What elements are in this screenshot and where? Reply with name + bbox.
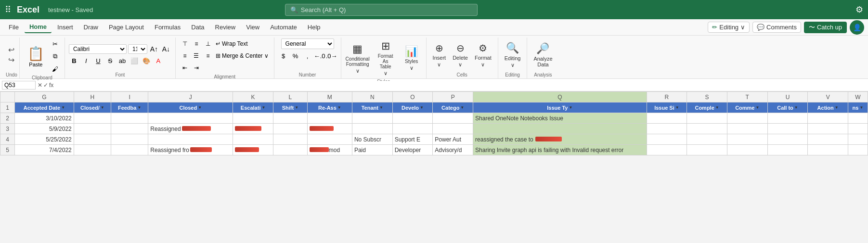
col-header-K[interactable]: K — [233, 92, 273, 102]
number-format-select[interactable]: General — [281, 38, 334, 49]
redo-button[interactable]: ↪ — [8, 55, 14, 64]
cell-H2[interactable] — [74, 113, 111, 124]
cell-T4[interactable] — [727, 134, 767, 145]
cell-K5[interactable] — [233, 145, 273, 155]
indent-increase-button[interactable]: ⇥ — [191, 63, 202, 73]
header-L[interactable]: Shift ▼ — [273, 102, 307, 113]
col-header-P[interactable]: P — [433, 92, 473, 102]
cell-Q5[interactable]: Sharing Invite graph api is failing with… — [473, 145, 647, 155]
cell-G2[interactable]: 3/10/2022 — [15, 113, 74, 124]
cell-I4[interactable] — [111, 134, 148, 145]
format-painter-button[interactable]: 🖌 — [50, 64, 61, 74]
cell-J3[interactable]: Reassigned — [148, 124, 233, 134]
cell-S4[interactable] — [687, 134, 727, 145]
copy-button[interactable]: ⧉ — [50, 51, 61, 62]
styles-button[interactable]: 📊 Styles ∨ — [401, 44, 422, 73]
middle-align-button[interactable]: ≡ — [191, 38, 202, 49]
cell-H4[interactable] — [74, 134, 111, 145]
search-box[interactable]: 🔍 Search (Alt + Q) — [285, 4, 478, 16]
settings-icon[interactable]: ⚙ — [855, 4, 863, 15]
fill-color-button[interactable]: 🎨 — [141, 56, 152, 66]
cell-U2[interactable] — [767, 113, 808, 124]
cell-N5[interactable]: Paid — [352, 145, 392, 155]
header-W[interactable]: ns ▼ — [848, 102, 868, 113]
cell-J4[interactable] — [148, 134, 233, 145]
comma-format-button[interactable]: , — [302, 51, 313, 61]
header-V[interactable]: Action ▼ — [808, 102, 848, 113]
menu-help[interactable]: Help — [303, 22, 325, 33]
col-header-J[interactable]: J — [148, 92, 233, 102]
header-K[interactable]: Escalati ▼ — [233, 102, 273, 113]
cell-H3[interactable] — [74, 124, 111, 134]
cell-O3[interactable] — [392, 124, 433, 134]
cell-W4[interactable] — [848, 134, 868, 145]
paste-button[interactable]: 📋 Paste — [24, 44, 48, 69]
undo-button[interactable]: ↩ — [8, 45, 14, 54]
cell-Q4[interactable]: reassigned the case to — [473, 134, 647, 145]
cell-J5[interactable]: Reassigned fro — [148, 145, 233, 155]
cell-K2[interactable] — [233, 113, 273, 124]
insert-cells-button[interactable]: ⊕ Insert ∨ — [430, 41, 449, 69]
catchup-button[interactable]: 〜 Catch up — [804, 22, 847, 33]
cell-L2[interactable] — [273, 113, 307, 124]
cell-M3[interactable] — [307, 124, 352, 134]
header-P[interactable]: Catego ▼ — [433, 102, 473, 113]
cell-U5[interactable] — [767, 145, 808, 155]
cell-reference-input[interactable] — [2, 81, 36, 90]
cell-O4[interactable]: Support E — [392, 134, 433, 145]
percent-format-button[interactable]: % — [290, 51, 301, 61]
cell-G5[interactable]: 7/4/2022 — [15, 145, 74, 155]
indent-decrease-button[interactable]: ⇤ — [180, 63, 190, 73]
cell-G4[interactable]: 5/25/2022 — [15, 134, 74, 145]
right-align-button[interactable]: ≡ — [203, 51, 213, 61]
cell-N4[interactable]: No Subscr — [352, 134, 392, 145]
delete-cells-button[interactable]: ⊖ Delete ∨ — [450, 41, 470, 69]
cell-P2[interactable] — [433, 113, 473, 124]
cell-V2[interactable] — [808, 113, 848, 124]
conditional-formatting-button[interactable]: ▦ ConditionalFormatting ∨ — [345, 41, 370, 76]
italic-button[interactable]: I — [81, 56, 91, 66]
col-header-H[interactable]: H — [74, 92, 111, 102]
col-header-T[interactable]: T — [727, 92, 767, 102]
dollar-format-button[interactable]: $ — [278, 51, 289, 61]
strikethrough-button[interactable]: S — [105, 56, 116, 66]
cell-U4[interactable] — [767, 134, 808, 145]
cell-V4[interactable] — [808, 134, 848, 145]
font-size-select[interactable]: 11 — [128, 44, 147, 54]
cell-T2[interactable] — [727, 113, 767, 124]
cell-L5[interactable] — [273, 145, 307, 155]
underline-button[interactable]: U — [93, 56, 104, 66]
header-N[interactable]: Tenant ▼ — [352, 102, 392, 113]
cell-I5[interactable] — [111, 145, 148, 155]
header-R[interactable]: Issue Si ▼ — [647, 102, 687, 113]
cell-N2[interactable] — [352, 113, 392, 124]
header-I[interactable]: Feedba ▼ — [111, 102, 148, 113]
cell-S2[interactable] — [687, 113, 727, 124]
bottom-align-button[interactable]: ⊥ — [203, 38, 213, 49]
col-header-L[interactable]: L — [273, 92, 307, 102]
cell-W3[interactable] — [848, 124, 868, 134]
decrease-decimal-button[interactable]: ←.0 — [314, 51, 325, 61]
header-S[interactable]: Comple ▼ — [687, 102, 727, 113]
cell-R2[interactable] — [647, 113, 687, 124]
cell-U3[interactable] — [767, 124, 808, 134]
cell-N3[interactable] — [352, 124, 392, 134]
col-header-S[interactable]: S — [687, 92, 727, 102]
cell-I2[interactable] — [111, 113, 148, 124]
cell-G3[interactable]: 5/9/2022 — [15, 124, 74, 134]
col-header-R[interactable]: R — [647, 92, 687, 102]
cell-S5[interactable] — [687, 145, 727, 155]
cell-H5[interactable] — [74, 145, 111, 155]
cell-I3[interactable] — [111, 124, 148, 134]
user-avatar[interactable]: 👤 — [850, 20, 864, 35]
header-Q[interactable]: Issue Ty ▼ — [473, 102, 647, 113]
waffle-icon[interactable]: ⠿ — [5, 4, 11, 15]
cell-K4[interactable] — [233, 134, 273, 145]
col-header-U[interactable]: U — [767, 92, 808, 102]
left-align-button[interactable]: ≡ — [180, 51, 190, 61]
header-O[interactable]: Develo ▼ — [392, 102, 433, 113]
increase-font-button[interactable]: A↑ — [149, 44, 159, 54]
menu-draw[interactable]: Draw — [79, 22, 103, 33]
editing-button[interactable]: ✏ Editing ∨ — [708, 22, 750, 33]
menu-file[interactable]: File — [4, 22, 24, 33]
